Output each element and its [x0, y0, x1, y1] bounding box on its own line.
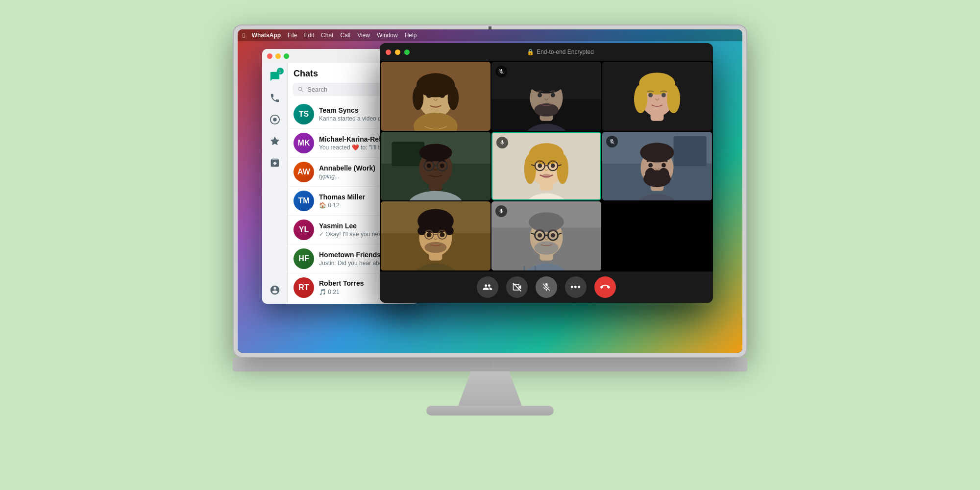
chat-name: Robert Torres — [319, 279, 364, 287]
avatar: RT — [294, 277, 314, 298]
imac-base — [426, 406, 554, 416]
participants-button[interactable] — [477, 276, 498, 298]
svg-point-29 — [662, 93, 666, 98]
sidebar-item-archived[interactable] — [266, 154, 284, 172]
menubar-edit[interactable]: Edit — [304, 32, 314, 39]
svg-point-20 — [551, 93, 555, 98]
svg-point-36 — [419, 144, 452, 161]
svg-point-57 — [551, 163, 555, 168]
mic-off-indicator — [496, 137, 508, 148]
vc-traffic-light-maximize[interactable] — [404, 49, 410, 55]
videocall-titlebar: 🔒 End-to-end Encrypted — [380, 43, 713, 61]
svg-point-99 — [534, 242, 558, 255]
chat-name: Annabelle (Work) — [319, 164, 375, 172]
sidebar-item-starred[interactable] — [266, 132, 284, 150]
participant-cell — [381, 132, 490, 201]
mic-toggle-button[interactable] — [536, 276, 557, 298]
svg-point-56 — [538, 163, 542, 168]
sidebar-item-chats[interactable]: 1 — [266, 68, 284, 85]
sidebar-item-status[interactable] — [266, 111, 284, 128]
avatar: AW — [294, 162, 314, 182]
svg-point-98 — [529, 213, 564, 232]
menubar-call[interactable]: Call — [340, 32, 350, 39]
apple-logo:  — [486, 360, 494, 369]
camera-toggle-button[interactable] — [506, 276, 528, 298]
svg-point-9 — [426, 94, 432, 98]
chat-name: Yasmin Lee — [319, 222, 357, 230]
participant-cell — [381, 201, 490, 270]
apple-menu[interactable]:  — [243, 32, 245, 39]
more-options-button[interactable]: ••• — [565, 276, 587, 298]
imac-computer:  WhatsApp File Edit Chat Call View Wind… — [220, 24, 760, 466]
svg-point-17 — [529, 74, 564, 93]
svg-point-58 — [542, 173, 551, 178]
vc-traffic-light-minimize[interactable] — [395, 49, 400, 55]
svg-point-7 — [413, 86, 423, 110]
menubar-whatsapp[interactable]: WhatsApp — [252, 32, 281, 39]
svg-point-40 — [427, 163, 431, 168]
sidebar-item-settings[interactable] — [266, 281, 284, 299]
videocall-controls: ••• — [380, 271, 713, 303]
svg-point-49 — [524, 154, 536, 184]
svg-point-1 — [273, 118, 276, 121]
imac-chin:  — [233, 358, 747, 371]
menubar-chat[interactable]: Chat — [321, 32, 333, 39]
traffic-light-close[interactable] — [267, 53, 272, 59]
imac-bezel:  WhatsApp File Edit Chat Call View Wind… — [233, 24, 747, 358]
svg-point-105 — [538, 233, 542, 238]
svg-point-71 — [662, 163, 666, 167]
lock-icon: 🔒 — [527, 49, 534, 55]
chat-name: Team Syncs — [319, 106, 359, 114]
svg-point-79 — [425, 217, 436, 227]
svg-point-69 — [649, 170, 664, 176]
svg-point-19 — [538, 93, 542, 98]
macos-menubar:  WhatsApp File Edit Chat Call View Wind… — [238, 29, 742, 41]
mic-off-indicator — [606, 136, 618, 147]
mic-off-indicator — [495, 66, 507, 77]
avatar: YL — [294, 220, 314, 240]
sidebar-item-calls[interactable] — [266, 89, 284, 107]
end-call-button[interactable] — [594, 276, 616, 298]
avatar: MK — [294, 133, 314, 153]
svg-rect-61 — [674, 136, 707, 166]
participant-cell — [381, 62, 490, 131]
chat-name: Thomas Miller — [319, 193, 365, 201]
participant-cell — [491, 62, 601, 131]
svg-point-84 — [425, 242, 447, 253]
menubar-help[interactable]: Help — [405, 32, 417, 39]
imac-stand — [458, 371, 522, 406]
chatlist-title: Chats — [294, 69, 318, 79]
svg-point-28 — [648, 93, 653, 98]
menubar-view[interactable]: View — [357, 32, 370, 39]
chat-badge: 1 — [277, 68, 284, 74]
videocall-window: 🔒 End-to-end Encrypted — [380, 43, 713, 303]
svg-point-86 — [440, 232, 444, 237]
search-icon — [297, 86, 304, 93]
svg-point-41 — [440, 163, 444, 168]
whatsapp-sidebar: 1 — [262, 63, 288, 304]
vc-traffic-light-close[interactable] — [386, 49, 391, 55]
menubar-file[interactable]: File — [288, 32, 297, 39]
participant-cell — [491, 132, 601, 201]
svg-point-85 — [427, 232, 432, 237]
menubar-left:  WhatsApp File Edit Chat Call View Wind… — [243, 32, 416, 39]
svg-point-106 — [551, 233, 555, 238]
svg-point-8 — [448, 86, 459, 110]
participant-cell — [491, 201, 601, 270]
menubar-window[interactable]: Window — [377, 32, 398, 39]
traffic-light-maximize[interactable] — [284, 53, 289, 59]
svg-point-10 — [440, 94, 445, 98]
svg-point-50 — [557, 154, 568, 184]
svg-point-26 — [634, 85, 647, 113]
traffic-light-minimize[interactable] — [275, 53, 281, 59]
videocall-grid — [380, 61, 713, 271]
participant-cell — [602, 132, 712, 201]
avatar: TM — [294, 191, 314, 211]
avatar: HF — [294, 248, 314, 269]
svg-point-65 — [640, 143, 674, 162]
chat-name: Hometown Friends — [319, 251, 381, 259]
videocall-title: 🔒 End-to-end Encrypted — [414, 49, 707, 55]
imac-screen:  WhatsApp File Edit Chat Call View Wind… — [238, 29, 742, 353]
participant-cell — [602, 62, 712, 131]
svg-point-27 — [667, 85, 680, 113]
